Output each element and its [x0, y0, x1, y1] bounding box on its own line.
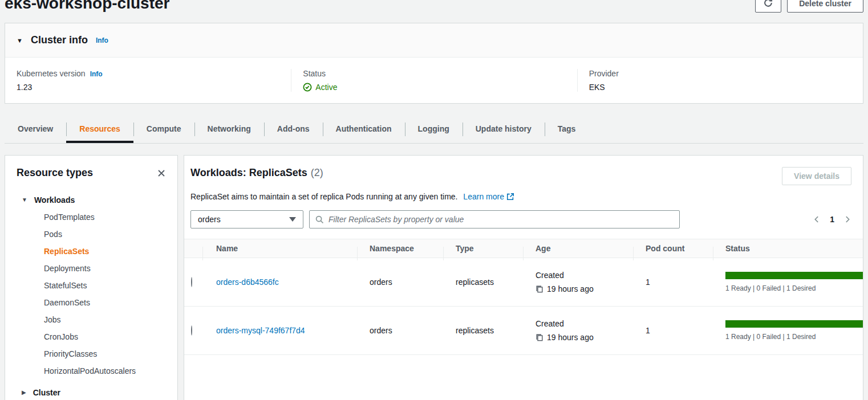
tab-overview[interactable]: Overview [5, 117, 66, 143]
status-badge: Active [303, 83, 565, 92]
row-age: Created 19 hours ago [523, 319, 633, 342]
table-header: Name Namespace Type Age Pod count Status [184, 239, 863, 258]
sidebar-item-priorityclasses[interactable]: PriorityClasses [17, 345, 166, 362]
row-pod-count: 1 [633, 277, 713, 287]
cluster-info-info-link[interactable]: Info [96, 36, 108, 44]
col-header-type[interactable]: Type [443, 244, 523, 253]
collapse-caret-icon: ▼ [17, 37, 23, 44]
tab-authentication[interactable]: Authentication [323, 117, 405, 143]
status-value: Active [315, 83, 337, 92]
tab-tags[interactable]: Tags [545, 117, 589, 143]
sidebar-item-cronjobs[interactable]: CronJobs [17, 328, 166, 345]
row-radio[interactable] [191, 325, 192, 336]
replicaset-link[interactable]: orders-d6b4566fc [216, 277, 279, 287]
kubernetes-version-label: Kubernetes version [17, 69, 86, 78]
search-icon [315, 215, 324, 224]
sidebar-item-jobs[interactable]: Jobs [17, 311, 166, 328]
previous-page-icon[interactable] [813, 215, 821, 223]
next-page-icon[interactable] [843, 215, 851, 223]
search-box [309, 210, 680, 228]
refresh-button[interactable] [755, 0, 781, 13]
refresh-icon [763, 0, 773, 10]
row-namespace: orders [357, 326, 443, 335]
resource-types-title: Resource types [17, 167, 93, 179]
search-input[interactable] [328, 215, 674, 224]
caret-down-icon: ▼ [22, 191, 27, 209]
tree-group-label: Workloads [34, 191, 75, 209]
col-header-namespace[interactable]: Namespace [357, 244, 443, 253]
resource-types-sidebar: Resource types ▼ Workloads PodTemplates … [5, 155, 178, 400]
copy-icon[interactable] [536, 285, 543, 293]
tab-resources[interactable]: Resources [66, 117, 133, 143]
replicasets-table: Name Namespace Type Age Pod count Status… [184, 239, 863, 355]
close-icon[interactable] [157, 169, 166, 178]
col-header-pod-count[interactable]: Pod count [633, 244, 713, 253]
page-title: eks-workshop-cluster [5, 0, 863, 13]
tree-group-label: Cluster [33, 384, 60, 400]
status-label: Status [303, 69, 326, 78]
row-pod-count: 1 [633, 326, 713, 335]
provider-label: Provider [589, 69, 619, 78]
panel-title: Workloads: ReplicaSets [190, 167, 307, 179]
page-header: eks-workshop-cluster Delete cluster [5, 0, 863, 13]
sidebar-item-replicasets[interactable]: ReplicaSets [17, 243, 166, 260]
tab-compute[interactable]: Compute [133, 117, 194, 143]
external-link-icon [506, 193, 514, 202]
kubernetes-version-info-link[interactable]: Info [90, 70, 103, 78]
current-page[interactable]: 1 [830, 215, 834, 224]
age-label: Created [536, 319, 633, 328]
tab-logging[interactable]: Logging [405, 117, 463, 143]
cluster-info-panel: ▼ Cluster info Info Kubernetes version I… [5, 23, 863, 104]
learn-more-link[interactable]: Learn more [463, 192, 504, 201]
kubernetes-version-value: 1.23 [17, 83, 279, 92]
check-circle-icon [303, 83, 312, 92]
dropdown-value: orders [198, 215, 221, 224]
sidebar-item-daemonsets[interactable]: DaemonSets [17, 294, 166, 311]
row-radio[interactable] [191, 277, 192, 287]
age-value: 19 hours ago [547, 333, 594, 342]
provider-value: EKS [589, 83, 851, 92]
tab-networking[interactable]: Networking [194, 117, 264, 143]
view-details-button[interactable]: View details [782, 167, 851, 185]
row-type: replicasets [443, 277, 523, 287]
sidebar-item-statefulsets[interactable]: StatefulSets [17, 277, 166, 294]
row-namespace: orders [357, 277, 443, 287]
panel-description: ReplicaSet aims to maintain a set of rep… [190, 192, 457, 201]
pagination: 1 [813, 215, 851, 224]
status-note: 1 Ready | 0 Failed | 1 Desired [725, 333, 863, 341]
sidebar-item-pods[interactable]: Pods [17, 226, 166, 243]
tab-add-ons[interactable]: Add-ons [264, 117, 323, 143]
caret-right-icon: ▶ [22, 384, 26, 400]
copy-icon[interactable] [536, 333, 543, 341]
cluster-tabs: Overview Resources Compute Networking Ad… [5, 117, 863, 144]
tab-update-history[interactable]: Update history [463, 117, 545, 143]
tree-group-workloads[interactable]: ▼ Workloads [17, 191, 166, 209]
sidebar-item-horizontalpodautoscalers[interactable]: HorizontalPodAutoscalers [17, 362, 166, 379]
cluster-info-body: Kubernetes version Info 1.23 Status Acti… [5, 58, 863, 103]
sidebar-item-deployments[interactable]: Deployments [17, 260, 166, 277]
tree-group-cluster[interactable]: ▶ Cluster [17, 384, 166, 400]
resource-tree: ▼ Workloads PodTemplates Pods ReplicaSet… [17, 191, 166, 400]
sidebar-item-podtemplates[interactable]: PodTemplates [17, 209, 166, 226]
age-value: 19 hours ago [547, 284, 594, 293]
row-age: Created 19 hours ago [523, 271, 633, 293]
cluster-info-header[interactable]: ▼ Cluster info Info [5, 23, 863, 58]
row-status: 1 Ready | 0 Failed | 1 Desired [713, 272, 863, 292]
col-header-age[interactable]: Age [523, 244, 633, 253]
namespace-filter-dropdown[interactable]: orders [190, 210, 303, 228]
delete-cluster-button[interactable]: Delete cluster [787, 0, 863, 13]
col-header-status[interactable]: Status [713, 244, 863, 253]
age-label: Created [536, 271, 633, 280]
cluster-info-title: Cluster info [31, 34, 88, 46]
status-progress-bar [725, 272, 863, 279]
replicasets-panel: Workloads: ReplicaSets (2) View details … [184, 155, 863, 400]
col-header-name[interactable]: Name [202, 244, 357, 253]
field-provider: Provider EKS [577, 69, 863, 92]
table-row: orders-mysql-749f67f7d4 orders replicase… [184, 307, 863, 355]
dropdown-caret-icon [289, 217, 296, 222]
table-row: orders-d6b4566fc orders replicasets Crea… [184, 258, 863, 307]
status-note: 1 Ready | 0 Failed | 1 Desired [725, 284, 863, 292]
replicaset-link[interactable]: orders-mysql-749f67f7d4 [216, 326, 305, 335]
panel-count: (2) [311, 167, 323, 179]
field-kubernetes-version: Kubernetes version Info 1.23 [5, 69, 291, 92]
